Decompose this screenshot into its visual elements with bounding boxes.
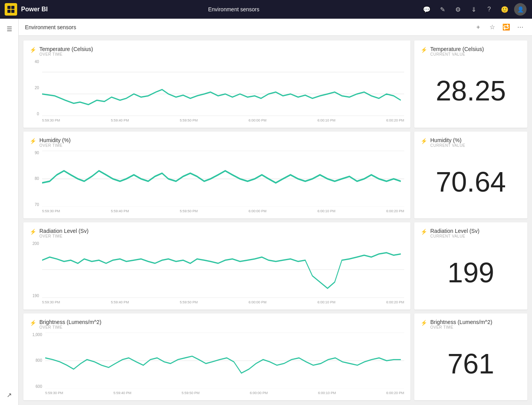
x-label-bri-2: 5:59:50 PM — [182, 391, 200, 395]
radiation-cv-title: Radiation Level (Sv) — [430, 228, 479, 234]
smiley-icon[interactable]: 🙂 — [498, 2, 512, 16]
x-label-rad-2: 5:59:50 PM — [180, 300, 198, 304]
y-label-bot: 0 — [30, 112, 39, 116]
nav-icons: 💬 ✎ ⚙ ⇓ ? 🙂 👤 — [420, 2, 527, 16]
menu-icon[interactable]: ☰ — [2, 22, 16, 36]
pen-icon[interactable]: ✎ — [435, 2, 449, 16]
x-label-hum-5: 6:00:20 PM — [386, 209, 404, 213]
humidity-value: 70.64 — [436, 168, 506, 196]
y-label-top-rad: 200 — [30, 241, 39, 246]
humidity-chart-title: Humidity (%) — [39, 137, 71, 143]
radiation-current-card: ⚡ Radiation Level (Sv) CURRENT VALUE 199 — [414, 222, 527, 310]
expand-icon[interactable]: ↗ — [2, 388, 16, 402]
download-icon[interactable]: ⇓ — [467, 2, 481, 16]
humidity-current-card: ⚡ Humidity (%) CURRENT VALUE 70.64 — [414, 132, 527, 219]
x-label-4: 6:00:10 PM — [317, 118, 335, 122]
humidity-cv-title: Humidity (%) — [430, 137, 465, 143]
sidebar: ☰ ↗ — [0, 19, 19, 405]
x-label-rad-5: 6:00:20 PM — [386, 300, 404, 304]
help-icon[interactable]: ? — [482, 2, 496, 16]
brightness-value: 761 — [447, 350, 494, 378]
app-logo[interactable] — [5, 3, 17, 16]
x-label-5: 6:00:20 PM — [386, 118, 404, 122]
x-label-rad-1: 5:59:40 PM — [111, 300, 129, 304]
temp-value: 28.25 — [436, 77, 506, 105]
temp-chart-card: ⚡ Temperature (Celsius) OVER TIME 40 20 … — [23, 40, 410, 128]
y-label-mid-bri: 800 — [30, 358, 42, 363]
temp-cv-title: Temperature (Celsius) — [430, 46, 484, 52]
y-label-mid-hum: 80 — [30, 176, 39, 181]
bolt-icon-rad-cv: ⚡ — [421, 229, 427, 235]
add-icon[interactable]: + — [473, 22, 484, 33]
temp-chart-title: Temperature (Celsius) — [39, 46, 93, 52]
comment-icon[interactable]: 💬 — [420, 2, 434, 16]
x-label-bri-3: 6:00:00 PM — [250, 391, 268, 395]
radiation-chart-card: ⚡ Radiation Level (Sv) OVER TIME 200 190… — [23, 222, 410, 310]
temp-chart-subtitle: OVER TIME — [39, 52, 93, 56]
bolt-icon-rad: ⚡ — [30, 229, 36, 235]
app-title: Power BI — [21, 6, 48, 13]
subheader: Environment sensors + ☆ 🔁 ⋯ — [19, 19, 532, 36]
y-label-top-hum: 90 — [30, 151, 39, 155]
humidity-chart-card: ⚡ Humidity (%) OVER TIME 90 80 70 — [23, 132, 410, 219]
top-nav: Power BI Environment sensors 💬 ✎ ⚙ ⇓ ? 🙂… — [0, 0, 532, 19]
x-label-hum-4: 6:00:10 PM — [317, 209, 335, 213]
y-label-bot-bri: 600 — [30, 384, 42, 389]
brightness-cv-subtitle: OVER TIME — [430, 325, 492, 329]
y-label-top: 40 — [30, 60, 39, 64]
x-label-hum-0: 5:59:30 PM — [42, 209, 60, 213]
star-icon[interactable]: ☆ — [487, 22, 498, 33]
brightness-chart-subtitle: OVER TIME — [39, 325, 101, 329]
x-label-bri-4: 6:00:10 PM — [318, 391, 336, 395]
bolt-icon-bri-cv: ⚡ — [421, 320, 427, 326]
temp-cv-subtitle: CURRENT VALUE — [430, 52, 484, 56]
brightness-cv-title: Brightness (Lumens/m^2) — [430, 319, 492, 325]
humidity-chart-subtitle: OVER TIME — [39, 143, 71, 148]
x-label-rad-4: 6:00:10 PM — [317, 300, 335, 304]
x-label-rad-3: 6:00:00 PM — [249, 300, 267, 304]
x-label-hum-3: 6:00:00 PM — [249, 209, 267, 213]
x-label-0: 5:59:30 PM — [42, 118, 60, 122]
gear-icon[interactable]: ⚙ — [451, 2, 465, 16]
radiation-chart-subtitle: OVER TIME — [39, 234, 88, 238]
bolt-icon-temp-cv: ⚡ — [421, 47, 427, 53]
radiation-cv-subtitle: CURRENT VALUE — [430, 234, 479, 238]
humidity-cv-subtitle: CURRENT VALUE — [430, 143, 465, 148]
y-label-bot-hum: 70 — [30, 202, 39, 207]
x-label-bri-1: 5:59:40 PM — [113, 391, 131, 395]
brightness-current-card: ⚡ Brightness (Lumens/m^2) OVER TIME 761 — [414, 313, 527, 401]
radiation-value: 199 — [447, 259, 494, 287]
x-label-3: 6:00:00 PM — [249, 118, 267, 122]
bolt-icon-hum-cv: ⚡ — [421, 138, 427, 144]
brightness-chart-title: Brightness (Lumens/m^2) — [39, 319, 101, 325]
bolt-icon-temp: ⚡ — [30, 47, 36, 53]
x-label-hum-1: 5:59:40 PM — [111, 209, 129, 213]
x-label-1: 5:59:40 PM — [111, 118, 129, 122]
y-label-bot-rad: 190 — [30, 294, 39, 298]
page-title: Environment sensors — [51, 6, 416, 12]
radiation-chart-title: Radiation Level (Sv) — [39, 228, 88, 234]
x-label-rad-0: 5:59:30 PM — [42, 300, 60, 304]
x-label-2: 5:59:50 PM — [180, 118, 198, 122]
main-content: ⚡ Temperature (Celsius) OVER TIME 40 20 … — [19, 36, 532, 405]
y-label-mid: 20 — [30, 86, 39, 90]
brightness-chart-card: ⚡ Brightness (Lumens/m^2) OVER TIME 1,00… — [23, 313, 410, 401]
x-label-hum-2: 5:59:50 PM — [180, 209, 198, 213]
temp-current-card: ⚡ Temperature (Celsius) CURRENT VALUE 28… — [414, 40, 527, 128]
more-icon[interactable]: ⋯ — [515, 22, 526, 33]
x-label-bri-5: 6:00:20 PM — [386, 391, 404, 395]
bolt-icon-bri: ⚡ — [30, 320, 36, 326]
x-label-bri-0: 5:59:30 PM — [45, 391, 63, 395]
y-label-top-bri: 1,000 — [30, 333, 42, 337]
bolt-icon-hum: ⚡ — [30, 138, 36, 144]
share-icon[interactable]: 🔁 — [501, 22, 512, 33]
user-icon[interactable]: 👤 — [513, 2, 527, 16]
subheader-title: Environment sensors — [25, 24, 473, 30]
